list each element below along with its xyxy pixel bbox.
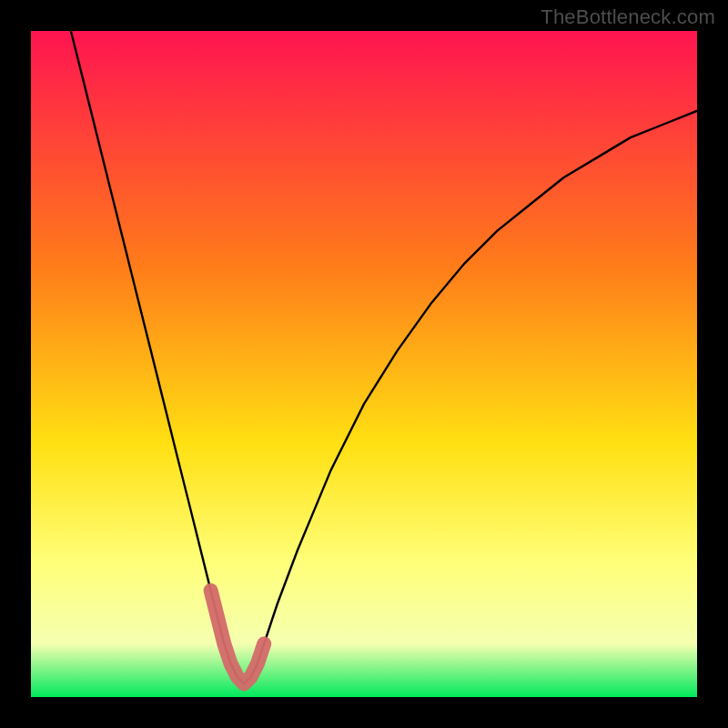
bottleneck-chart [0,0,728,728]
plot-background [31,31,697,697]
watermark-label: TheBottleneck.com [541,5,715,29]
chart-frame: TheBottleneck.com [0,0,728,728]
